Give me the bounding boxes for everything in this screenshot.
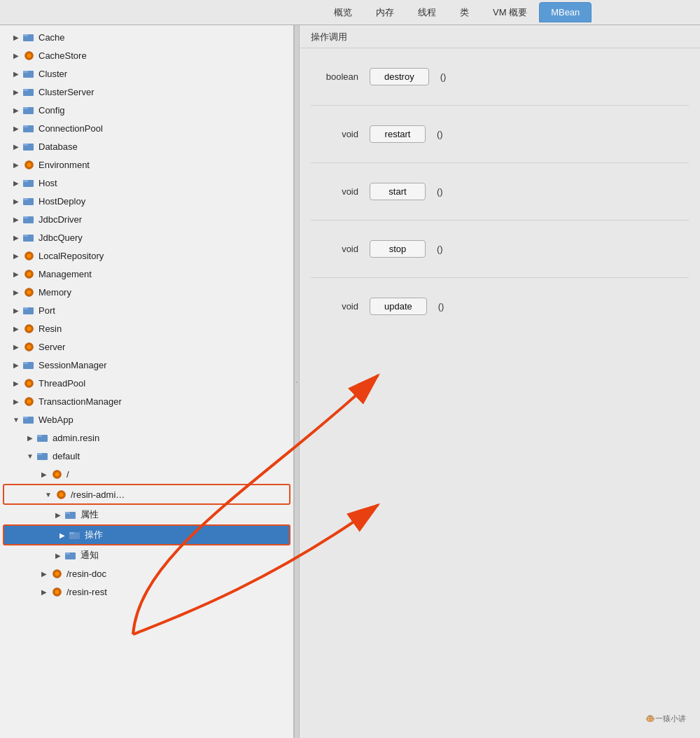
chevron-admin-resin[interactable] (25, 433, 35, 443)
svg-rect-23 (23, 235, 28, 237)
folder-icon (22, 195, 35, 207)
chevron-database[interactable] (11, 141, 21, 151)
tree-label-cache: Cache (38, 32, 65, 43)
chevron-cachestore[interactable] (11, 50, 21, 60)
tree-item-management[interactable]: Management (0, 265, 293, 283)
svg-rect-17 (23, 180, 28, 182)
chevron-connectionpool[interactable] (11, 123, 21, 133)
tree-label-host: Host (38, 178, 57, 188)
op-button-stop[interactable]: stop (370, 240, 426, 258)
tree-label-slash: / (66, 469, 69, 480)
tree-label-admin-resin: admin.resin (52, 433, 99, 443)
op-button-restart[interactable]: restart (370, 125, 426, 143)
chevron-cluster[interactable] (11, 69, 21, 78)
tab-classes[interactable]: 类 (448, 1, 481, 24)
svg-rect-43 (23, 417, 28, 419)
tree-label-transactionmanager: TransactionManager (38, 396, 122, 407)
chevron-threadpool[interactable] (11, 378, 21, 388)
tree-item-jdbcquery[interactable]: JdbcQuery (0, 228, 293, 246)
tree-item-webapp[interactable]: WebApp (0, 410, 293, 429)
tab-vm-summary[interactable]: VM 概要 (481, 1, 539, 24)
chevron-slash[interactable] (39, 469, 49, 479)
tab-mbean[interactable]: MBean (539, 2, 592, 22)
tree-item-resin-admin[interactable]: /resin-admi… (4, 485, 289, 503)
chevron-resin[interactable] (11, 323, 21, 333)
svg-rect-47 (37, 453, 42, 455)
chevron-attributes[interactable] (53, 510, 63, 520)
tree-item-admin-resin[interactable]: admin.resin (0, 429, 293, 447)
tree-item-resin[interactable]: Resin (0, 319, 293, 337)
tree-item-config[interactable]: Config (0, 101, 293, 119)
tree-label-sessionmanager: SessionManager (38, 360, 107, 370)
tree-item-cluster[interactable]: Cluster (0, 64, 293, 83)
folder-icon (22, 104, 35, 116)
tree-item-operations[interactable]: 操作 (4, 526, 289, 544)
chevron-resin-doc[interactable] (39, 569, 49, 578)
svg-rect-13 (23, 144, 28, 146)
chevron-cache[interactable] (11, 32, 21, 42)
chevron-jdbcdriver[interactable] (11, 214, 21, 224)
tree-item-sessionmanager[interactable]: SessionManager (0, 356, 293, 374)
tree-item-connectionpool[interactable]: ConnectionPool (0, 119, 293, 137)
tree-item-host[interactable]: Host (0, 174, 293, 192)
chevron-webapp[interactable] (11, 415, 21, 424)
chevron-server[interactable] (11, 342, 21, 351)
chevron-config[interactable] (11, 105, 21, 115)
chevron-host[interactable] (11, 178, 21, 188)
tree-item-default[interactable]: default (0, 447, 293, 465)
chevron-environment[interactable] (11, 160, 21, 169)
chevron-transactionmanager[interactable] (11, 396, 21, 406)
chevron-jdbcquery[interactable] (11, 232, 21, 242)
tree-item-cachestore[interactable]: CacheStore (0, 46, 293, 64)
tree-label-memory: Memory (38, 287, 71, 298)
tree-item-attributes[interactable]: 属性 (0, 506, 293, 524)
tree-item-hostdeploy[interactable]: HostDeploy (0, 192, 293, 210)
chevron-management[interactable] (11, 269, 21, 279)
chevron-resin-rest[interactable] (39, 587, 49, 597)
tree-item-cache[interactable]: Cache (0, 28, 293, 46)
op-return-type-restart: void (325, 129, 358, 139)
panel-divider[interactable] (294, 25, 300, 738)
tree-item-notifications[interactable]: 通知 (0, 546, 293, 564)
tree-item-database[interactable]: Database (0, 137, 293, 155)
chevron-clusterserver[interactable] (11, 87, 21, 97)
chevron-resin-admin[interactable] (43, 489, 53, 499)
chevron-hostdeploy[interactable] (11, 196, 21, 206)
tree-item-transactionmanager[interactable]: TransactionManager (0, 392, 293, 410)
tree-label-webapp: WebApp (38, 415, 74, 425)
tab-overview[interactable]: 概览 (322, 1, 364, 24)
tree-item-localrepository[interactable]: LocalRepository (0, 246, 293, 265)
op-parens-restart: () (437, 129, 443, 139)
tree-item-clusterserver[interactable]: ClusterServer (0, 83, 293, 101)
op-button-destroy[interactable]: destroy (370, 68, 429, 85)
chevron-default[interactable] (25, 451, 35, 461)
chevron-sessionmanager[interactable] (11, 360, 21, 370)
op-button-update[interactable]: update (370, 298, 427, 315)
chevron-notifications[interactable] (53, 550, 63, 560)
op-parens-stop: () (437, 244, 443, 254)
tree-item-memory[interactable]: Memory (0, 283, 293, 301)
chevron-port[interactable] (11, 305, 21, 315)
content-panel: 操作调用 booleandestroy()voidrestart()voidst… (300, 25, 700, 738)
folder-icon (22, 32, 35, 43)
tree-label-config: Config (38, 105, 65, 116)
chevron-operations[interactable] (57, 530, 67, 540)
tree-item-resin-rest[interactable]: /resin-rest (0, 583, 293, 601)
tree-item-threadpool[interactable]: ThreadPool (0, 374, 293, 392)
tree-item-port[interactable]: Port (0, 301, 293, 319)
chevron-localrepository[interactable] (11, 251, 21, 260)
svg-point-51 (59, 492, 63, 496)
svg-point-27 (27, 272, 31, 276)
tree-item-jdbcdriver[interactable]: JdbcDriver (0, 210, 293, 228)
tree-item-slash[interactable]: / (0, 465, 293, 483)
tree-label-notifications: 通知 (80, 549, 99, 562)
op-button-start[interactable]: start (370, 183, 426, 200)
tree-label-operations: 操作 (85, 529, 103, 541)
tab-threads[interactable]: 线程 (406, 1, 448, 24)
tree-item-server[interactable]: Server (0, 337, 293, 356)
tab-memory[interactable]: 内存 (364, 1, 406, 24)
tree-item-environment[interactable]: Environment (0, 155, 293, 174)
tree-panel[interactable]: CacheCacheStoreClusterClusterServerConfi… (0, 25, 294, 738)
chevron-memory[interactable] (11, 287, 21, 297)
tree-item-resin-doc[interactable]: /resin-doc (0, 564, 293, 583)
